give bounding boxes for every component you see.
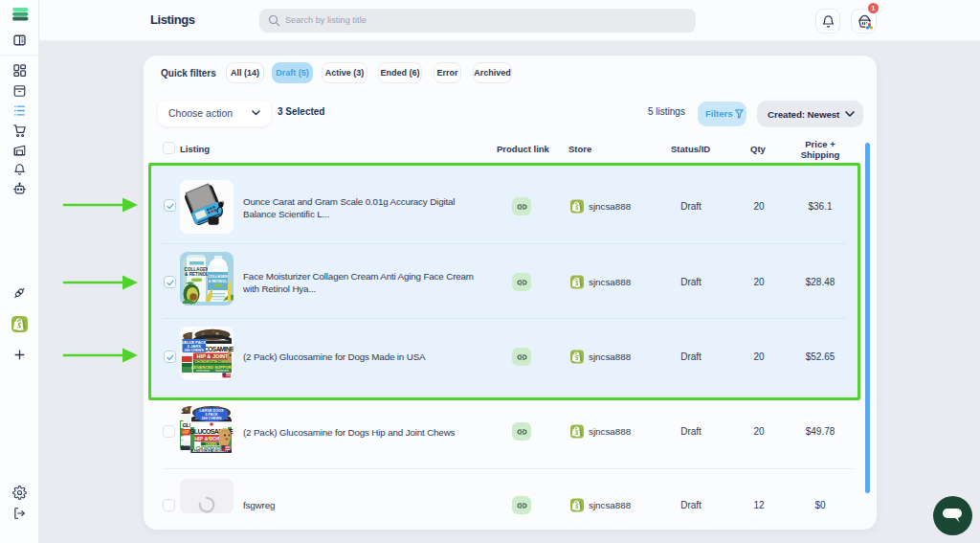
svg-text:COLLAGEN: COLLAGEN	[185, 267, 210, 272]
svg-text:CHONDROITIN CHEWS: CHONDROITIN CHEWS	[194, 360, 231, 364]
svg-text:ADVANCED SUPPORT: ADVANCED SUPPORT	[191, 365, 234, 370]
svg-text:COLLAGEN: COLLAGEN	[208, 275, 228, 279]
svg-text:240 CHEWS: 240 CHEWS	[202, 417, 222, 420]
svg-text:HIP & JOINT: HIP & JOINT	[197, 353, 229, 359]
svg-text:& RETINOL: & RETINOL	[185, 272, 209, 277]
svg-text:& RETINOL: & RETINOL	[209, 280, 228, 283]
svg-text:240 CHEWS: 240 CHEWS	[185, 349, 205, 352]
